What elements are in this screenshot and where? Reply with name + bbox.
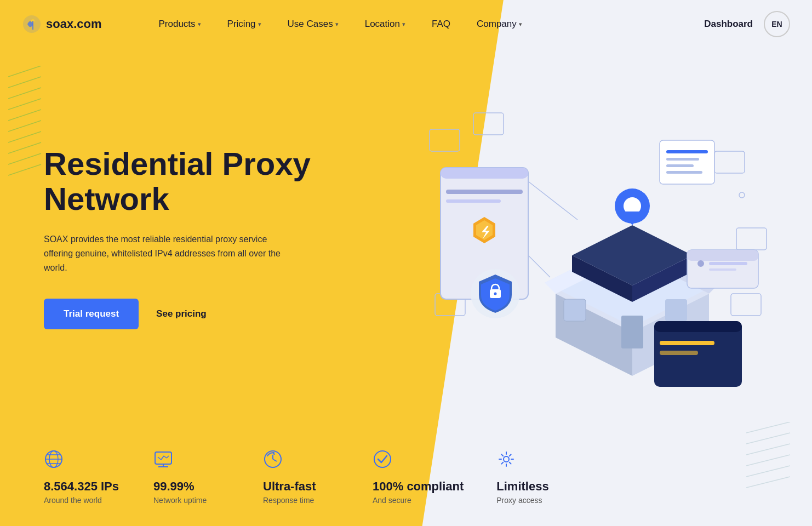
hero-content: Residential Proxy Network SOAX provides … [0, 48, 447, 427]
logo[interactable]: soax.com [22, 14, 102, 34]
svg-rect-44 [564, 299, 586, 321]
nav-pricing[interactable]: Pricing ▾ [214, 0, 275, 48]
svg-rect-66 [709, 262, 747, 265]
svg-line-85 [273, 459, 277, 461]
stat-ips-value: 8.564.325 IPs [44, 479, 119, 494]
svg-point-86 [374, 451, 391, 467]
svg-rect-46 [665, 299, 687, 321]
nav-use-cases[interactable]: Use Cases ▾ [275, 0, 352, 48]
hero-subtitle: SOAX provides the most reliable resident… [44, 232, 285, 275]
chevron-down-icon: ▾ [198, 21, 201, 28]
dashboard-link[interactable]: Dashboard [704, 19, 753, 30]
stat-uptime: 99.99% Network uptime [153, 449, 263, 505]
svg-point-87 [504, 456, 509, 462]
stat-compliant-label: And secure [373, 496, 411, 505]
nav-links: Products ▾ Pricing ▾ Use Cases ▾ Locatio… [146, 0, 705, 48]
stat-uptime-label: Network uptime [153, 496, 207, 505]
logo-icon [22, 14, 42, 34]
hero-image [402, 85, 775, 403]
svg-rect-58 [660, 140, 714, 184]
svg-rect-67 [709, 268, 736, 271]
hero-title: Residential Proxy Network [44, 146, 403, 216]
svg-line-28 [528, 181, 577, 220]
nav-location[interactable]: Location ▾ [352, 0, 419, 48]
stat-ips: 8.564.325 IPs Around the world [44, 449, 153, 505]
clock-icon [263, 449, 283, 473]
svg-rect-60 [666, 158, 699, 161]
trial-request-button[interactable]: Trial request [44, 299, 139, 329]
chevron-down-icon: ▾ [402, 21, 405, 28]
check-icon [373, 449, 392, 473]
svg-point-70 [494, 293, 497, 295]
svg-point-27 [739, 192, 745, 198]
svg-rect-20 [714, 151, 745, 173]
svg-rect-59 [666, 150, 708, 153]
language-button[interactable]: EN [764, 11, 790, 37]
stat-speed: Ultra-fast Response time [263, 449, 373, 505]
chevron-down-icon: ▾ [335, 21, 339, 28]
svg-rect-56 [660, 341, 714, 345]
stat-speed-value: Ultra-fast [263, 479, 316, 494]
nav-company[interactable]: Company ▾ [464, 0, 535, 48]
stat-limitless-value: Limitless [496, 479, 548, 494]
svg-rect-55 [654, 321, 742, 332]
svg-line-80 [161, 456, 164, 460]
chevron-down-icon: ▾ [519, 21, 522, 28]
stats-bar: 8.564.325 IPs Around the world 99.99% Ne… [0, 427, 812, 526]
stat-limitless-label: Proxy access [496, 496, 542, 505]
svg-rect-22 [731, 294, 761, 316]
svg-rect-21 [736, 228, 767, 250]
nav-products[interactable]: Products ▾ [146, 0, 214, 48]
monitor-icon [153, 449, 173, 473]
nav-right: Dashboard EN [704, 11, 790, 37]
hero-buttons: Trial request See pricing [44, 299, 403, 329]
gear-icon [496, 449, 516, 473]
svg-rect-76 [155, 452, 171, 464]
svg-line-82 [167, 456, 169, 458]
svg-line-79 [158, 457, 161, 460]
svg-rect-61 [666, 164, 694, 167]
svg-point-65 [697, 260, 704, 267]
svg-line-81 [164, 456, 167, 458]
svg-rect-33 [446, 190, 523, 194]
chevron-down-icon: ▾ [258, 21, 261, 28]
svg-rect-47 [621, 316, 643, 348]
stat-ips-label: Around the world [44, 496, 102, 505]
svg-rect-62 [666, 171, 702, 174]
svg-rect-34 [446, 199, 501, 203]
see-pricing-button[interactable]: See pricing [156, 308, 207, 319]
svg-rect-32 [441, 168, 528, 179]
stat-speed-label: Response time [263, 496, 314, 505]
navbar: soax.com Products ▾ Pricing ▾ Use Cases … [0, 0, 812, 48]
logo-text: soax.com [46, 17, 102, 31]
stat-limitless: Limitless Proxy access [496, 449, 606, 505]
stat-compliant: 100% compliant And secure [373, 449, 496, 505]
nav-faq[interactable]: FAQ [419, 0, 464, 48]
stat-uptime-value: 99.99% [153, 479, 195, 494]
svg-rect-64 [687, 250, 758, 261]
svg-rect-19 [473, 113, 504, 135]
globe-icon [44, 449, 64, 473]
svg-rect-57 [660, 351, 698, 355]
stat-compliant-value: 100% compliant [373, 479, 464, 494]
